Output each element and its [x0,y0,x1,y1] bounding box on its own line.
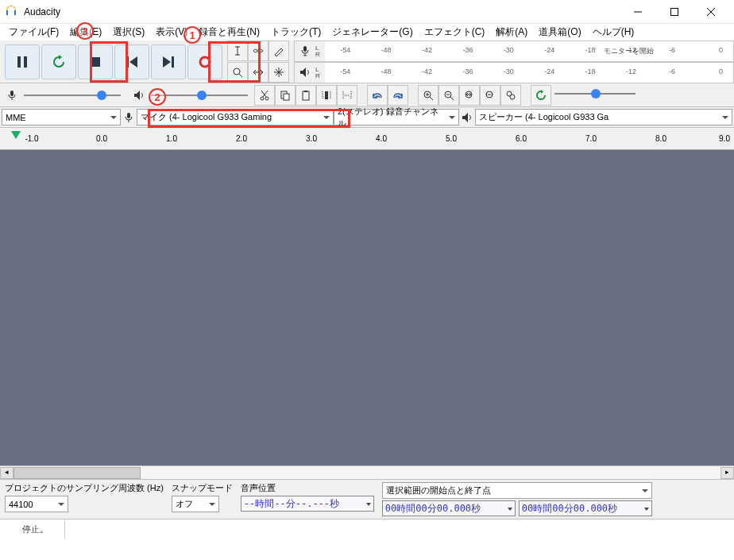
play-at-speed-button[interactable] [531,85,551,106]
menubar: ファイル(F) 編集(E) 選択(S) 表示(V) 録音と再生(N) トラック(… [0,24,734,41]
annotation-label-2: 2 [149,88,166,106]
selection-toolbar: プロジェクトのサンプリング周波数 (Hz) 44100 スナップモード オフ 音… [0,479,734,519]
recording-device-select[interactable]: マイク (4- Logicool G933 Gaming [137,109,334,126]
record-button[interactable] [187,44,222,79]
close-window-button[interactable] [693,0,729,24]
selection-end-field[interactable]: 00時間00分00.000秒 [519,500,652,516]
play-speed-slider[interactable] [551,85,639,102]
multi-tool-icon[interactable] [268,62,289,83]
menu-help[interactable]: ヘルプ(H) [587,24,640,41]
recording-channels-select[interactable]: 2(ステレオ) 録音チャンネル [334,109,459,126]
speaker-icon [295,63,315,83]
menu-transport[interactable]: 録音と再生(N) [193,24,265,41]
playback-volume [127,83,254,107]
status-bar: 停止。 [0,519,734,539]
menu-file[interactable]: ファイル(F) [3,24,64,41]
playhead-icon[interactable] [11,131,21,139]
silence-icon[interactable] [337,85,357,106]
fit-selection-icon[interactable] [459,85,480,106]
svg-point-13 [200,57,210,67]
scrollbar-thumb[interactable] [14,467,141,479]
svg-rect-8 [91,57,100,67]
svg-rect-18 [10,91,14,96]
menu-select[interactable]: 選択(S) [107,24,150,41]
trim-icon[interactable] [316,85,337,106]
svg-marker-19 [134,91,140,100]
svg-rect-0 [6,10,8,15]
fit-project-icon[interactable] [480,85,500,106]
skip-start-button[interactable] [114,44,149,79]
svg-rect-35 [127,113,130,118]
scroll-right-icon[interactable]: ▸ [720,467,734,479]
project-rate-label: プロジェクトのサンプリング周波数 (Hz) [5,482,164,494]
selection-start-field[interactable]: 00時間00分00.000秒 [382,500,516,516]
zoom-toggle-icon[interactable] [500,85,521,106]
svg-rect-16 [303,46,307,52]
mic-icon [121,112,137,123]
mic-icon [295,41,315,61]
draw-tool-icon[interactable] [268,41,289,61]
transport-toolbar [0,43,227,81]
svg-rect-26 [325,91,328,99]
paste-icon[interactable] [296,85,316,106]
menu-generate[interactable]: ジェネレーター(G) [326,24,418,41]
audio-position-field[interactable]: --時間--分--.---秒 [241,496,374,512]
svg-marker-10 [129,56,137,68]
zoom-out-icon[interactable] [438,85,459,106]
recording-volume-slider[interactable] [21,87,124,104]
minimize-button[interactable] [620,0,656,24]
zoom-tool-icon[interactable] [227,62,248,83]
tracks-area[interactable] [0,150,734,465]
zoom-toolbar [418,85,521,106]
audio-host-select[interactable]: MME [2,109,121,126]
svg-marker-12 [163,56,171,68]
project-rate-select[interactable]: 44100 [5,496,68,512]
mic-icon [3,87,21,104]
pause-button[interactable] [5,44,40,79]
svg-marker-17 [300,68,306,77]
menu-tracks[interactable]: トラック(T) [265,24,326,41]
edit-toolbar [254,85,357,106]
toolbar-row-2 [0,83,734,107]
stop-button[interactable] [78,44,113,79]
tools-toolbar [227,41,294,83]
svg-point-14 [234,68,240,75]
cut-icon[interactable] [254,85,275,106]
selection-mode-select[interactable]: 選択範囲の開始点と終了点 [382,482,652,499]
svg-rect-1 [14,10,16,15]
svg-point-34 [510,95,515,99]
svg-rect-3 [671,8,678,15]
loop-play-button[interactable] [41,44,76,79]
zoom-in-icon[interactable] [418,85,438,106]
maximize-button[interactable] [656,0,693,24]
skip-end-button[interactable] [151,44,186,79]
undo-icon[interactable] [367,85,388,106]
snap-select[interactable]: オフ [172,496,219,512]
audio-position-label: 音声位置 [241,482,374,494]
svg-rect-11 [172,56,174,68]
horizontal-scrollbar[interactable]: ◂ ▸ [0,465,734,479]
playback-device-select[interactable]: スピーカー (4- Logicool G933 Ga [475,109,732,126]
annotation-label-3: 3 [76,22,94,40]
recording-meter[interactable]: LR -54-48-42-36-30-24-18-12-60 モニターを開始 [294,41,734,62]
status-text: 停止。 [6,519,65,539]
timeline-ruler[interactable]: -1.0 0.0 1.0 2.0 3.0 4.0 5.0 6.0 7.0 8.0… [0,128,734,150]
svg-point-20 [261,97,264,100]
timeshift-tool-icon[interactable] [248,62,268,83]
scroll-left-icon[interactable]: ◂ [0,467,14,479]
svg-rect-7 [24,56,27,68]
recording-volume [0,83,127,107]
svg-line-15 [239,74,242,77]
svg-point-21 [265,97,268,100]
menu-analyze[interactable]: 解析(A) [490,24,533,41]
menu-tools[interactable]: 道具箱(O) [533,24,586,41]
selection-tool-icon[interactable] [227,41,248,61]
redo-icon[interactable] [388,85,408,106]
svg-rect-23 [284,94,289,100]
svg-marker-36 [462,113,468,122]
menu-effect[interactable]: エフェクト(C) [419,24,491,41]
meters: LR -54-48-42-36-30-24-18-12-60 モニターを開始 L… [294,41,734,83]
copy-icon[interactable] [275,85,296,106]
envelope-tool-icon[interactable] [248,41,268,61]
playback-meter[interactable]: LR -54-48-42-36-30-24-18-12-60 [294,62,734,83]
